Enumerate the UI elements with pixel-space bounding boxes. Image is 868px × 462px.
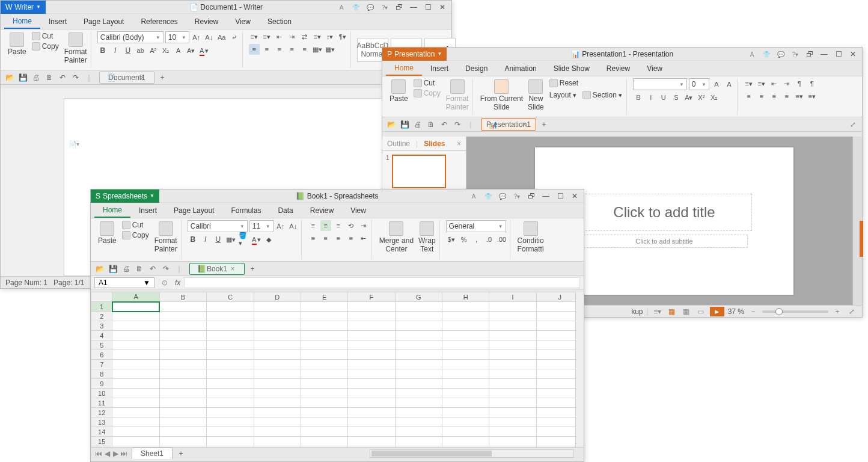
shadow-button[interactable]: S (671, 92, 682, 103)
cell-I5[interactable] (489, 340, 536, 350)
spreadsheets-titlebar[interactable]: S Spreadsheets ▼ 📗 Book1 - Spreadsheets … (91, 189, 584, 203)
cell-G12[interactable] (395, 408, 442, 417)
cell-B5[interactable] (159, 340, 206, 350)
row-header-6[interactable]: 6 (91, 350, 112, 360)
cell-G15[interactable] (395, 437, 442, 446)
wrap-text-button[interactable]: Wrap Text (417, 220, 436, 254)
outdent-button[interactable]: ⇤ (358, 233, 369, 244)
cell-H2[interactable] (442, 312, 489, 321)
whats-new-icon[interactable]: ?▾ (510, 191, 524, 202)
prev-sheet-icon[interactable]: ◀ (103, 449, 111, 458)
row-header-2[interactable]: 2 (91, 312, 112, 321)
feedback-icon[interactable]: 💬 (364, 2, 377, 13)
cell-I15[interactable] (489, 437, 536, 446)
italic-button[interactable]: I (200, 234, 211, 245)
cell-A13[interactable] (112, 417, 159, 427)
number-format-select[interactable]: General▼ (446, 220, 506, 232)
row-header-1[interactable]: 1 (91, 302, 112, 312)
cell-F10[interactable] (348, 389, 395, 398)
feedback-icon[interactable]: 💬 (496, 191, 509, 202)
zoom-label[interactable]: 37 % (728, 307, 744, 316)
presentation-titlebar[interactable]: P Presentation ▼ 📊 Presentation1 - Prese… (382, 48, 862, 61)
minimize-icon[interactable]: — (407, 2, 420, 13)
new-tab-icon[interactable]: + (539, 119, 549, 130)
justify-button[interactable]: ≡ (781, 91, 792, 102)
percent-button[interactable]: % (459, 234, 469, 245)
row-header-15[interactable]: 15 (91, 437, 112, 446)
skin-icon[interactable]: 👕 (760, 49, 773, 60)
tab-formulas[interactable]: Formulas (222, 203, 269, 218)
name-box[interactable]: A1▼ (94, 277, 154, 288)
undo-icon[interactable]: ↶ (57, 72, 68, 83)
chevron-down-icon[interactable]: ▼ (150, 193, 154, 199)
tab-section[interactable]: Section (259, 14, 300, 29)
cell-G4[interactable] (395, 331, 442, 340)
font-color-button[interactable]: A▾ (198, 45, 209, 56)
cell-I8[interactable] (489, 369, 536, 379)
outdent-button[interactable]: ⇤ (769, 78, 780, 89)
tab-page-layout[interactable]: Page Layout (165, 203, 222, 218)
cell-C1[interactable] (207, 302, 254, 312)
cell-C11[interactable] (207, 398, 254, 408)
cell-I2[interactable] (489, 312, 536, 321)
inc-decimal-button[interactable]: .0 (484, 234, 495, 245)
cell-E4[interactable] (301, 331, 347, 340)
cell-A14[interactable] (112, 427, 159, 437)
italic-button[interactable]: I (646, 92, 656, 103)
first-sheet-icon[interactable]: ⏮ (94, 449, 103, 458)
cell-G13[interactable] (395, 417, 442, 427)
writer-document-tab[interactable]: 📄Document1× (99, 72, 154, 84)
cell-I3[interactable] (489, 321, 536, 331)
cell-B6[interactable] (159, 350, 206, 360)
col-header-G[interactable]: G (395, 292, 442, 302)
font-family-select[interactable]: Calibri (Body)▼ (97, 31, 164, 43)
cell-F6[interactable] (348, 350, 395, 360)
ltr-button[interactable]: ¶ (794, 78, 805, 89)
cell-H3[interactable] (442, 321, 489, 331)
cell-H14[interactable] (442, 427, 489, 437)
cell-B13[interactable] (159, 417, 206, 427)
redo-icon[interactable]: ↷ (70, 72, 81, 83)
cell-C10[interactable] (207, 389, 254, 398)
cell-E9[interactable] (301, 379, 347, 389)
cell-I13[interactable] (489, 417, 536, 427)
side-handle[interactable] (860, 221, 863, 257)
cell-F2[interactable] (348, 312, 395, 321)
tab-references[interactable]: References (132, 14, 186, 29)
shading-button[interactable]: ▦▾ (312, 44, 323, 55)
superscript-button[interactable]: X² (696, 92, 707, 103)
cell-E10[interactable] (301, 389, 347, 398)
cell-G3[interactable] (395, 321, 442, 331)
distribute-button[interactable]: ≡ (299, 44, 310, 55)
close-tab-icon[interactable]: × (227, 263, 238, 274)
format-painter-button[interactable]: Format Painter (445, 78, 470, 112)
bold-button[interactable]: B (633, 92, 644, 103)
cell-D1[interactable] (254, 302, 301, 312)
undo-icon[interactable]: ↶ (439, 119, 450, 130)
cell-F14[interactable] (348, 427, 395, 437)
title-placeholder[interactable]: Click to add title (576, 194, 751, 231)
tab-data[interactable]: Data (269, 203, 301, 218)
shrink-font-icon[interactable]: A↓ (288, 221, 299, 232)
tab-insert[interactable]: Insert (422, 61, 457, 76)
col-header-E[interactable]: E (301, 292, 347, 302)
row-header-11[interactable]: 11 (91, 398, 112, 408)
change-case-icon[interactable]: ⤶ (229, 32, 240, 43)
cell-C8[interactable] (207, 369, 254, 379)
grow-font-icon[interactable]: A↑ (275, 221, 286, 232)
italic-button[interactable]: I (110, 45, 121, 56)
print-preview-icon[interactable]: 🗎 (134, 263, 145, 274)
indent-button[interactable]: ⇥ (781, 78, 792, 89)
thumbnail-preview[interactable] (392, 155, 446, 188)
text-effect-button[interactable]: A (173, 45, 184, 56)
indent-button[interactable]: ⇥ (287, 31, 298, 42)
sheet-tab-1[interactable]: Sheet1 (132, 448, 173, 459)
cell-B14[interactable] (159, 427, 206, 437)
paste-button[interactable]: Paste (97, 220, 118, 246)
cell-I6[interactable] (489, 350, 536, 360)
outline-tab[interactable]: Outline (387, 140, 410, 148)
cell-B1[interactable] (159, 302, 206, 312)
cell-D2[interactable] (254, 312, 301, 321)
cell-C4[interactable] (207, 331, 254, 340)
from-current-slide-button[interactable]: From Current Slide (479, 78, 524, 112)
